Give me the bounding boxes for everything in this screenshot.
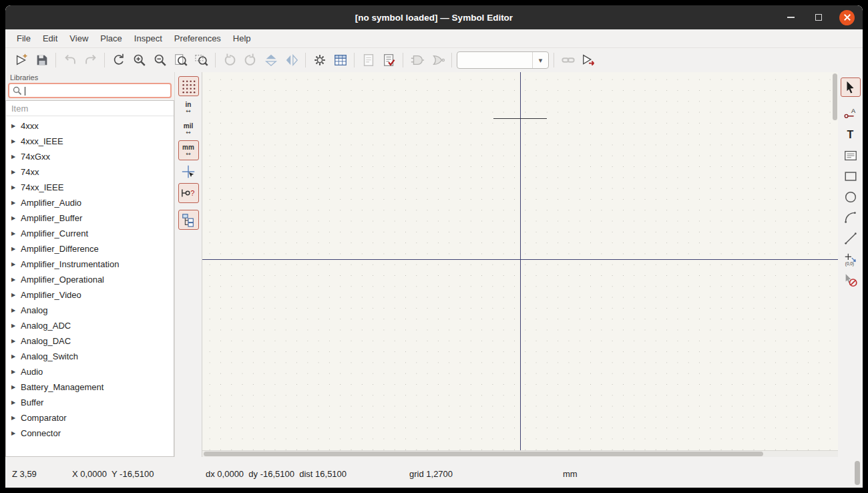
zoom-fit-button[interactable]	[170, 50, 191, 70]
expand-arrow-icon[interactable]: ▶	[11, 169, 21, 175]
expand-arrow-icon[interactable]: ▶	[11, 338, 21, 344]
title-bar[interactable]: [no symbol loaded] — Symbol Editor	[5, 5, 863, 29]
vertical-scrollbar-thumb[interactable]	[833, 73, 837, 120]
maximize-button[interactable]	[811, 10, 826, 25]
menu-item[interactable]: Place	[94, 29, 128, 47]
expand-arrow-icon[interactable]: ▶	[11, 138, 21, 144]
expand-arrow-icon[interactable]: ▶	[11, 261, 21, 267]
rotate-ccw-button[interactable]	[219, 50, 240, 70]
expand-arrow-icon[interactable]: ▶	[11, 415, 21, 421]
close-button[interactable]	[839, 10, 855, 25]
undo-button[interactable]	[59, 50, 80, 70]
mirror-vertical-button[interactable]	[260, 50, 281, 70]
arc-tool-button[interactable]	[841, 208, 861, 227]
menu-item[interactable]: Inspect	[128, 29, 168, 47]
pin-tool-button[interactable]: A	[841, 104, 861, 124]
expand-arrow-icon[interactable]: ▶	[11, 323, 21, 329]
library-tree-item[interactable]: ▶ Amplifier_Difference	[6, 241, 174, 257]
delete-tool-button[interactable]	[841, 270, 861, 289]
units-millimeters-button[interactable]: mm ↔	[178, 140, 199, 160]
redo-button[interactable]	[80, 50, 101, 70]
library-tree-item[interactable]: ▶ Analog_DAC	[6, 333, 174, 349]
pin-electrical-type-button[interactable]: ?	[178, 183, 199, 203]
menu-item[interactable]: Help	[227, 29, 257, 47]
library-tree-item[interactable]: ▶ Battery_Management	[6, 379, 174, 395]
canvas-vertical-scrollbar[interactable]	[833, 73, 837, 450]
expand-arrow-icon[interactable]: ▶	[11, 123, 21, 129]
expand-arrow-icon[interactable]: ▶	[11, 230, 21, 236]
grid-visibility-button[interactable]	[178, 76, 199, 96]
library-tree-item[interactable]: ▶ Amplifier_Audio	[6, 195, 174, 210]
symbol-tree-toggle-button[interactable]	[178, 210, 199, 230]
save-button[interactable]	[31, 50, 52, 70]
library-tree-item[interactable]: ▶ 4xxx	[6, 118, 174, 134]
line-tool-button[interactable]	[841, 228, 861, 248]
demorgan-standard-button[interactable]	[407, 50, 427, 70]
library-tree[interactable]: ▶ 4xxx ▶ 4xxx_IEEE ▶ 74xGxx	[6, 116, 174, 456]
library-tree-item[interactable]: ▶ Analog	[6, 303, 174, 318]
menu-item[interactable]: View	[63, 29, 94, 47]
zoom-out-button[interactable]	[150, 50, 170, 70]
expand-arrow-icon[interactable]: ▶	[11, 292, 21, 298]
library-tree-item[interactable]: ▶ 74xx_IEEE	[6, 180, 174, 195]
editor-canvas[interactable]	[202, 72, 838, 450]
expand-arrow-icon[interactable]: ▶	[11, 184, 21, 190]
expand-arrow-icon[interactable]: ▶	[11, 215, 21, 221]
select-tool-button[interactable]	[841, 77, 861, 97]
sync-pin-edit-button[interactable]	[558, 50, 578, 70]
refresh-view-button[interactable]	[108, 50, 129, 70]
bottom-right-scrollbar-thumb[interactable]	[855, 461, 860, 485]
horizontal-scrollbar-thumb[interactable]	[204, 452, 763, 456]
library-tree-item[interactable]: ▶ Amplifier_Buffer	[6, 210, 174, 226]
minimize-button[interactable]	[783, 10, 798, 25]
pin-table-button[interactable]	[330, 50, 351, 70]
symbol-properties-button[interactable]	[309, 50, 330, 70]
canvas-horizontal-scrollbar[interactable]	[202, 450, 838, 457]
library-tree-item[interactable]: ▶ 74xGxx	[6, 149, 174, 164]
library-search-input[interactable]	[8, 83, 172, 98]
cursor-shape-button[interactable]	[178, 162, 199, 182]
expand-arrow-icon[interactable]: ▶	[11, 399, 21, 405]
library-tree-item[interactable]: ▶ Amplifier_Video	[6, 287, 174, 303]
circle-tool-button[interactable]	[841, 187, 861, 206]
text-tool-button[interactable]: T	[841, 125, 861, 144]
library-tree-item[interactable]: ▶ Buffer	[6, 395, 174, 410]
erc-check-button[interactable]	[379, 50, 399, 70]
zoom-selection-button[interactable]	[191, 50, 212, 70]
library-tree-item[interactable]: ▶ 4xxx_IEEE	[6, 134, 174, 149]
chevron-down-icon[interactable]: ▾	[532, 52, 548, 68]
menu-item[interactable]: File	[11, 29, 37, 47]
textbox-tool-button[interactable]	[841, 146, 861, 165]
datasheet-button[interactable]	[358, 50, 379, 70]
library-tree-item[interactable]: ▶ 74xx	[6, 164, 174, 180]
library-tree-item[interactable]: ▶ Audio	[6, 364, 174, 379]
menu-item[interactable]: Preferences	[168, 29, 227, 47]
library-tree-item[interactable]: ▶ Amplifier_Operational	[6, 272, 174, 287]
library-tree-item[interactable]: ▶ Comparator	[6, 410, 174, 426]
zoom-in-button[interactable]	[129, 50, 150, 70]
units-inches-button[interactable]: in ↔	[178, 98, 199, 118]
anchor-tool-button[interactable]: (0,0)	[841, 249, 861, 269]
library-tree-item[interactable]: ▶ Amplifier_Instrumentation	[6, 257, 174, 272]
expand-arrow-icon[interactable]: ▶	[11, 277, 21, 283]
library-tree-item[interactable]: ▶ Connector	[6, 426, 174, 441]
expand-arrow-icon[interactable]: ▶	[11, 200, 21, 206]
expand-arrow-icon[interactable]: ▶	[11, 246, 21, 252]
unit-selector-combobox[interactable]: ▾	[457, 51, 549, 69]
expand-arrow-icon[interactable]: ▶	[11, 430, 21, 436]
expand-arrow-icon[interactable]: ▶	[11, 307, 21, 313]
library-tree-item[interactable]: ▶ Analog_Switch	[6, 349, 174, 364]
library-tree-item[interactable]: ▶ Amplifier_Current	[6, 226, 174, 241]
rotate-cw-button[interactable]	[240, 50, 260, 70]
demorgan-alternate-button[interactable]	[427, 50, 448, 70]
new-symbol-button[interactable]	[11, 50, 31, 70]
mirror-horizontal-button[interactable]	[281, 50, 302, 70]
units-mils-button[interactable]: mil ↔	[178, 119, 199, 139]
expand-arrow-icon[interactable]: ▶	[11, 384, 21, 390]
rectangle-tool-button[interactable]	[841, 166, 861, 186]
expand-arrow-icon[interactable]: ▶	[11, 353, 21, 359]
library-tree-item[interactable]: ▶ Analog_ADC	[6, 318, 174, 333]
expand-arrow-icon[interactable]: ▶	[11, 154, 21, 160]
expand-arrow-icon[interactable]: ▶	[11, 369, 21, 375]
menu-item[interactable]: Edit	[37, 29, 63, 47]
